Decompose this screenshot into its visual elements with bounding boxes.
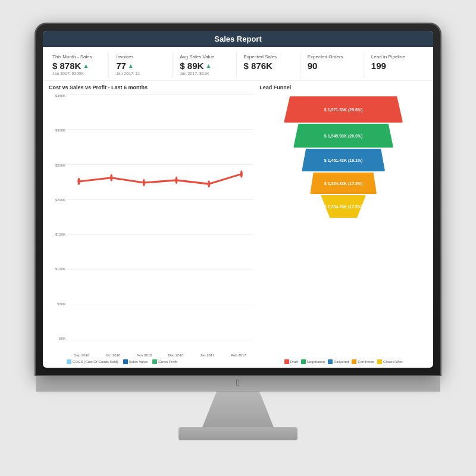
funnel-slice-0: $ 1,971.33K (25.8%) bbox=[284, 96, 403, 123]
bar-chart-legend: COGS (Cost Of Goods Sold)Sales ValueGros… bbox=[49, 359, 253, 364]
funnel-legend-label-4: Closed Won bbox=[383, 360, 403, 364]
funnel-title: Lead Funnel bbox=[259, 84, 427, 90]
bar-legend-label-1: Sales Value bbox=[129, 360, 148, 364]
profit-line bbox=[79, 174, 241, 184]
funnel-slice-label-3: $ 1,324.83K (17.3%) bbox=[324, 181, 363, 186]
kpi-arrow-2: ▲ bbox=[205, 62, 211, 69]
bar-legend-item-1: Sales Value bbox=[123, 359, 148, 364]
bar-chart-title: Cost vs Sales vs Profit - Last 6 months bbox=[49, 84, 253, 90]
x-label-2: Nov 2016 bbox=[129, 353, 159, 357]
kpi-row: This Month - Sales$ 878K▲Jan 2017: $200K… bbox=[43, 47, 433, 81]
profit-dot-1 bbox=[110, 174, 112, 181]
kpi-number-3: $ 876K bbox=[244, 61, 273, 71]
kpi-card-4: Expected Orders90 bbox=[304, 52, 364, 78]
grid-line-2 bbox=[67, 164, 253, 165]
kpi-number-2: $ 89K bbox=[180, 61, 203, 71]
funnel-slice-label-1: $ 1,549.93K (20.3%) bbox=[324, 134, 363, 138]
grid-line-7 bbox=[67, 340, 253, 340]
kpi-arrow-0: ▲ bbox=[83, 62, 89, 69]
y-label-4: $150K bbox=[55, 233, 65, 236]
monitor-screen: Sales Report This Month - Sales$ 878K▲Ja… bbox=[43, 31, 433, 368]
funnel-legend-item-3: Confirmed bbox=[352, 359, 374, 364]
kpi-number-5: 199 bbox=[371, 61, 386, 71]
funnel-slice-label-0: $ 1,971.33K (25.8%) bbox=[324, 108, 363, 112]
funnel-legend-item-2: Delivered bbox=[328, 359, 349, 364]
profit-dot-2 bbox=[143, 179, 145, 186]
funnel-slice-3: $ 1,324.83K (17.3%) bbox=[310, 173, 377, 194]
x-label-1: Oct 2016 bbox=[98, 353, 129, 357]
x-labels: Sep 2016Oct 2016Nov 2016Dec 2016Jan 2017… bbox=[49, 353, 253, 357]
funnel-legend-item-1: Negotiation bbox=[301, 359, 325, 364]
kpi-card-5: Lead in Pipeline199 bbox=[368, 52, 427, 78]
funnel-legend-dot-4 bbox=[377, 359, 382, 364]
profit-line-overlay bbox=[67, 94, 253, 340]
y-label-3: $200K bbox=[55, 198, 65, 202]
kpi-label-1: Invoices bbox=[116, 54, 168, 60]
kpi-card-1: Invoices77▲Jan 2017: 11 bbox=[112, 52, 173, 78]
y-label-2: $250K bbox=[55, 164, 65, 167]
kpi-label-3: Expected Sales bbox=[244, 54, 296, 60]
apple-logo-icon:  bbox=[236, 378, 240, 389]
kpi-label-2: Avg Sales Value bbox=[180, 54, 232, 60]
funnel-legend-dot-3 bbox=[352, 359, 356, 364]
kpi-label-5: Lead in Pipeline bbox=[371, 54, 424, 60]
funnel-legend-dot-2 bbox=[328, 359, 333, 364]
dashboard-header: Sales Report bbox=[43, 31, 433, 47]
kpi-card-2: Avg Sales Value$ 89K▲Jan 2017: $11K bbox=[176, 52, 236, 78]
kpi-value-0: $ 878K▲ bbox=[52, 61, 105, 71]
grid-line-3 bbox=[67, 199, 253, 200]
kpi-sub-1: Jan 2017: 11 bbox=[116, 71, 168, 76]
kpi-number-0: $ 878K bbox=[52, 61, 81, 71]
kpi-value-1: 77▲ bbox=[116, 61, 168, 71]
bar-chart-inner: $350K$300K$250K$200K$150K$100K$50K$0K bbox=[49, 94, 253, 352]
bar-legend-dot-1 bbox=[123, 359, 128, 364]
y-axis-labels: $350K$300K$250K$200K$150K$100K$50K$0K bbox=[49, 94, 65, 340]
profit-dot-3 bbox=[175, 177, 177, 184]
kpi-sub-2: Jan 2017: $11K bbox=[180, 71, 232, 76]
grid-line-1 bbox=[67, 129, 253, 130]
kpi-value-4: 90 bbox=[308, 61, 360, 71]
funnel-legend-dot-1 bbox=[301, 359, 306, 364]
funnel-slice-label-4: $ 1,334.25K (17.5%) bbox=[324, 205, 363, 209]
x-label-4: Jan 2017 bbox=[192, 353, 223, 357]
grid-line-4 bbox=[67, 234, 253, 235]
grid-line-6 bbox=[67, 305, 253, 305]
profit-dot-4 bbox=[208, 180, 210, 187]
funnel-slice-1: $ 1,549.93K (20.3%) bbox=[293, 124, 393, 148]
x-label-0: Sep 2016 bbox=[67, 353, 97, 357]
grid-line-5 bbox=[67, 270, 253, 270]
funnel-legend-dot-0 bbox=[284, 359, 289, 364]
profit-dot-5 bbox=[240, 170, 243, 177]
bar-legend-item-0: COGS (Cost Of Goods Sold) bbox=[67, 359, 118, 364]
funnel-legend-item-0: Draft bbox=[284, 359, 298, 364]
kpi-arrow-1: ▲ bbox=[128, 62, 134, 69]
monitor-bezel: Sales Report This Month - Sales$ 878K▲Ja… bbox=[36, 24, 440, 375]
profit-dot-0 bbox=[77, 178, 80, 185]
funnel-slice-4: $ 1,334.25K (17.5%) bbox=[321, 195, 366, 218]
bar-legend-label-2: Gross Profit bbox=[158, 360, 177, 364]
funnel-legend-label-3: Confirmed bbox=[358, 360, 374, 364]
funnel-slice-label-2: $ 1,461.43K (19.1%) bbox=[324, 158, 363, 162]
monitor-stand-top bbox=[202, 392, 274, 427]
y-label-0: $350K bbox=[55, 94, 65, 98]
kpi-label-4: Expected Orders bbox=[308, 54, 360, 60]
y-label-5: $100K bbox=[55, 267, 65, 271]
monitor: Sales Report This Month - Sales$ 878K▲Ja… bbox=[36, 24, 440, 452]
y-label-7: $0K bbox=[59, 337, 65, 340]
kpi-number-1: 77 bbox=[116, 61, 126, 71]
y-label-1: $300K bbox=[55, 129, 65, 132]
kpi-value-5: 199 bbox=[371, 61, 424, 71]
funnel-legend-label-2: Delivered bbox=[334, 360, 349, 364]
bar-chart-section: Cost vs Sales vs Profit - Last 6 months … bbox=[49, 84, 253, 364]
grid-lines bbox=[67, 94, 253, 340]
bar-legend-item-2: Gross Profit bbox=[152, 359, 177, 364]
funnel-legend-label-0: Draft bbox=[290, 360, 298, 364]
bar-legend-dot-2 bbox=[152, 359, 157, 364]
x-label-3: Dec 2016 bbox=[161, 353, 191, 357]
kpi-value-2: $ 89K▲ bbox=[180, 61, 232, 71]
bar-legend-label-0: COGS (Cost Of Goods Sold) bbox=[73, 360, 118, 364]
kpi-sub-0: Jan 2017: $200K bbox=[52, 71, 105, 76]
funnel-legend-label-1: Negotiation bbox=[307, 360, 325, 364]
y-label-6: $50K bbox=[57, 302, 65, 306]
charts-row: Cost vs Sales vs Profit - Last 6 months … bbox=[43, 81, 433, 368]
